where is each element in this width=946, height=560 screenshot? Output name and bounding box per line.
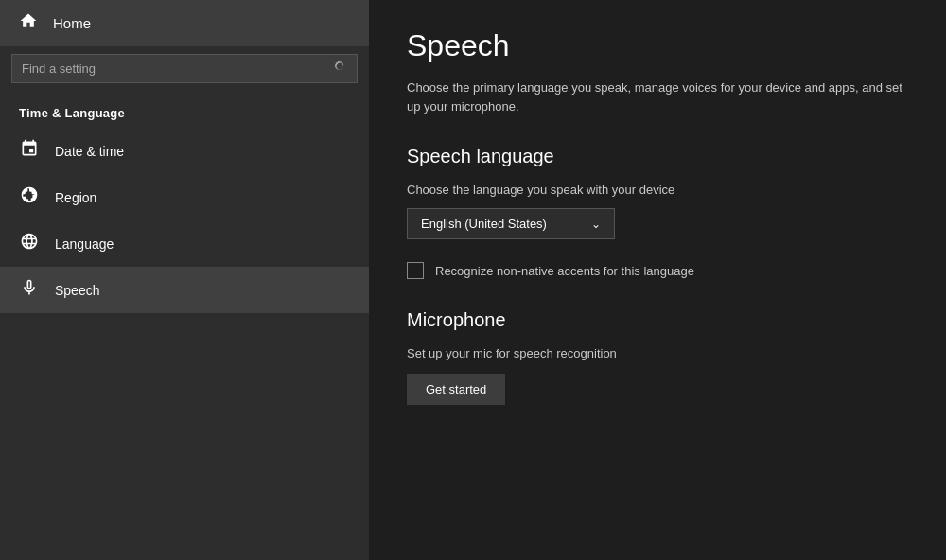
page-title: Speech bbox=[407, 28, 908, 63]
sidebar-home-item[interactable]: Home bbox=[0, 0, 369, 46]
speech-language-section: Speech language Choose the language you … bbox=[407, 146, 908, 279]
sidebar-item-region[interactable]: Region bbox=[0, 174, 369, 220]
microphone-section: Microphone Set up your mic for speech re… bbox=[407, 309, 908, 405]
sidebar: Home Time & Language Date & time bbox=[0, 0, 369, 560]
checkbox-row: Recognize non-native accents for this la… bbox=[407, 262, 908, 279]
sidebar-section-title: Time & Language bbox=[0, 95, 369, 128]
home-label: Home bbox=[53, 15, 91, 31]
search-button[interactable] bbox=[324, 55, 357, 82]
globe-icon bbox=[19, 185, 40, 209]
sidebar-item-date-time[interactable]: Date & time bbox=[0, 128, 369, 174]
microphone-description: Set up your mic for speech recognition bbox=[407, 346, 908, 360]
sidebar-item-speech[interactable]: Speech bbox=[0, 267, 369, 313]
language-icon bbox=[19, 232, 40, 255]
search-input[interactable] bbox=[12, 55, 324, 82]
microphone-title: Microphone bbox=[407, 309, 908, 331]
main-content: Speech Choose the primary language you s… bbox=[369, 0, 946, 560]
search-container bbox=[0, 46, 369, 95]
language-select-value: English (United States) bbox=[421, 217, 547, 231]
sidebar-item-label-date-time: Date & time bbox=[55, 144, 124, 159]
sidebar-item-label-speech: Speech bbox=[55, 283, 99, 298]
sidebar-item-label-language: Language bbox=[55, 236, 114, 252]
speech-language-title: Speech language bbox=[407, 146, 908, 167]
sidebar-item-label-region: Region bbox=[55, 190, 96, 205]
page-description: Choose the primary language you speak, m… bbox=[407, 79, 908, 115]
non-native-accents-checkbox[interactable] bbox=[407, 262, 424, 279]
sidebar-item-language[interactable]: Language bbox=[0, 220, 369, 267]
checkbox-label: Recognize non-native accents for this la… bbox=[435, 264, 694, 278]
search-box bbox=[11, 54, 358, 83]
microphone-icon bbox=[19, 278, 40, 302]
chevron-down-icon: ⌄ bbox=[591, 218, 601, 231]
home-icon bbox=[19, 11, 38, 35]
get-started-button[interactable]: Get started bbox=[407, 374, 505, 405]
language-dropdown[interactable]: English (United States) ⌄ bbox=[407, 208, 615, 239]
calendar-icon bbox=[19, 139, 40, 163]
dropdown-label: Choose the language you speak with your … bbox=[407, 183, 908, 197]
